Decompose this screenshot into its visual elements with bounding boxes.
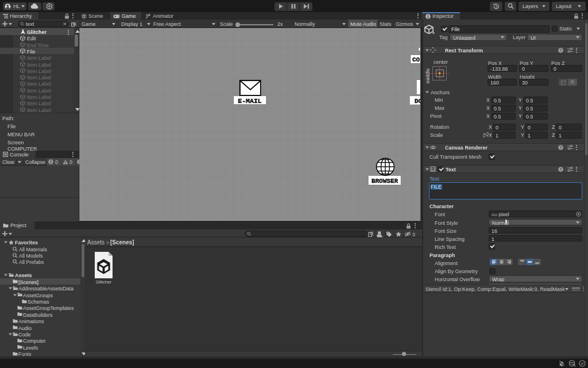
- svg-text:CO: CO: [412, 56, 420, 63]
- svg-text:BROWSER: BROWSER: [372, 178, 399, 185]
- svg-text:E-MAIL: E-MAIL: [238, 97, 262, 104]
- svg-text:DO: DO: [415, 98, 420, 105]
- svg-text:?: ?: [560, 167, 562, 171]
- svg-text:?: ?: [560, 145, 562, 150]
- svg-text:?: ?: [560, 48, 562, 52]
